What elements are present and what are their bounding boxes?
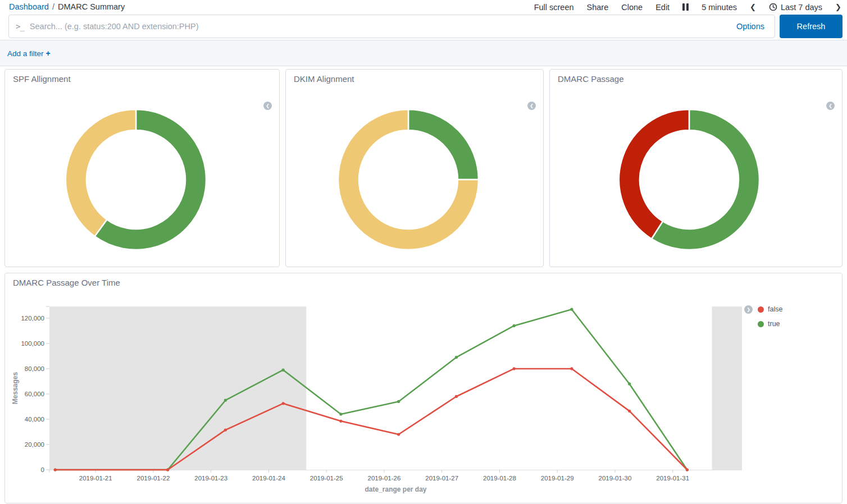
time-range-shade	[712, 306, 742, 470]
x-tick-label: 2019-01-31	[656, 475, 689, 482]
panel-dmarc-passage-over-time: DMARC Passage Over Time 020,00040,00060,…	[4, 273, 843, 503]
pause-icon[interactable]	[682, 3, 689, 11]
x-tick-label: 2019-01-24	[252, 475, 285, 482]
data-point	[513, 367, 516, 370]
donut-segment	[66, 109, 136, 236]
dkim-donut-chart[interactable]	[335, 107, 481, 253]
legend-dot-icon	[758, 306, 764, 313]
x-tick-label: 2019-01-27	[425, 475, 458, 482]
legend-collapse-icon[interactable]: ❮	[263, 102, 272, 110]
data-point	[570, 367, 573, 370]
x-tick-label: 2019-01-26	[368, 475, 401, 482]
data-point	[339, 413, 342, 415]
legend-collapse-icon[interactable]: ❮	[826, 102, 835, 110]
legend-collapse-icon[interactable]: ❮	[527, 102, 536, 110]
data-point	[166, 468, 169, 471]
chart-legend: falsetrue	[758, 305, 782, 334]
panel-title: DKIM Alignment	[294, 74, 354, 84]
breadcrumb-dashboard-link[interactable]: Dashboard	[9, 2, 49, 11]
data-point	[513, 324, 516, 327]
data-point	[397, 433, 400, 436]
y-tick-label: 60,000	[25, 391, 44, 397]
panel-spf-alignment: SPF Allignment ❮	[4, 69, 280, 267]
time-prev-chevron-icon[interactable]: ❮	[750, 3, 756, 11]
data-point	[224, 429, 227, 432]
data-point	[282, 369, 285, 372]
panel-dmarc-passage: DMARC Passage ❮	[549, 69, 843, 267]
legend-item-true[interactable]: true	[758, 319, 782, 328]
data-point	[455, 356, 458, 359]
data-point	[397, 400, 400, 403]
options-link[interactable]: Options	[736, 22, 764, 31]
legend-label: true	[768, 320, 780, 328]
y-tick-label: 120,000	[21, 315, 44, 322]
time-series-chart[interactable]: 020,00040,00060,00080,000100,000120,0002…	[5, 273, 843, 504]
data-point	[455, 395, 458, 398]
x-tick-label: 2019-01-25	[310, 475, 343, 482]
dmarc-donut-chart[interactable]	[616, 107, 762, 253]
x-tick-label: 2019-01-22	[137, 475, 170, 482]
data-point	[224, 399, 227, 402]
top-bar: Dashboard/DMARC Summary Full screen Shar…	[0, 0, 847, 14]
legend-dot-icon	[758, 321, 764, 327]
panel-dkim-alignment: DKIM Alignment ❮	[285, 69, 544, 267]
menu-item-edit[interactable]: Edit	[655, 3, 670, 12]
query-prompt-icon: >_	[16, 22, 24, 31]
legend-item-false[interactable]: false	[758, 305, 782, 314]
y-axis-title: Messages	[11, 372, 19, 404]
time-range-label: Last 7 days	[781, 3, 822, 12]
donut-segment	[619, 109, 689, 239]
panel-title: DMARC Passage	[558, 74, 624, 84]
menu-item-clone[interactable]: Clone	[621, 3, 643, 12]
top-menu: Full screen Share Clone Edit 5 minutes ❮…	[534, 0, 841, 14]
y-tick-label: 0	[41, 466, 44, 473]
y-tick-label: 80,000	[25, 365, 44, 372]
spf-donut-chart[interactable]	[63, 107, 209, 253]
x-tick-label: 2019-01-30	[599, 475, 632, 482]
y-tick-label: 20,000	[25, 441, 44, 448]
data-point	[570, 308, 573, 311]
legend-expand-icon[interactable]: ❯	[744, 305, 753, 314]
filter-bar: Add a filter+	[0, 40, 847, 66]
kibana-dashboard: Dashboard/DMARC Summary Full screen Shar…	[0, 0, 847, 504]
data-point	[54, 468, 57, 471]
plus-icon: +	[46, 49, 51, 58]
data-point	[628, 410, 631, 413]
time-next-chevron-icon[interactable]: ❯	[835, 3, 841, 11]
menu-item-full-screen[interactable]: Full screen	[534, 3, 574, 12]
data-point	[628, 382, 631, 385]
y-tick-label: 40,000	[25, 416, 44, 423]
legend-label: false	[768, 305, 782, 313]
add-filter-link[interactable]: Add a filter+	[7, 49, 51, 58]
data-point	[339, 420, 342, 423]
data-point	[282, 402, 285, 405]
menu-item-share[interactable]: Share	[587, 3, 609, 12]
time-range-shade	[49, 306, 306, 470]
breadcrumb-separator: /	[52, 2, 54, 11]
x-tick-label: 2019-01-29	[541, 475, 574, 482]
x-axis-title: date_range per day	[365, 485, 426, 493]
donut-segment	[408, 109, 479, 180]
data-point	[686, 468, 689, 471]
x-tick-label: 2019-01-23	[194, 475, 227, 482]
clock-icon	[769, 3, 777, 11]
refresh-interval[interactable]: 5 minutes	[702, 3, 737, 12]
breadcrumb-current: DMARC Summary	[58, 2, 125, 11]
panel-title: SPF Allignment	[13, 74, 71, 84]
breadcrumb: Dashboard/DMARC Summary	[9, 2, 125, 11]
refresh-button[interactable]: Refresh	[780, 15, 843, 38]
x-tick-label: 2019-01-28	[483, 475, 516, 482]
y-tick-label: 100,000	[21, 340, 44, 347]
x-tick-label: 2019-01-21	[79, 475, 112, 482]
search-box: >_ Options	[8, 15, 775, 38]
time-range-picker[interactable]: Last 7 days	[769, 3, 822, 12]
search-input[interactable]	[30, 22, 736, 31]
query-bar: >_ Options Refresh	[0, 14, 847, 40]
